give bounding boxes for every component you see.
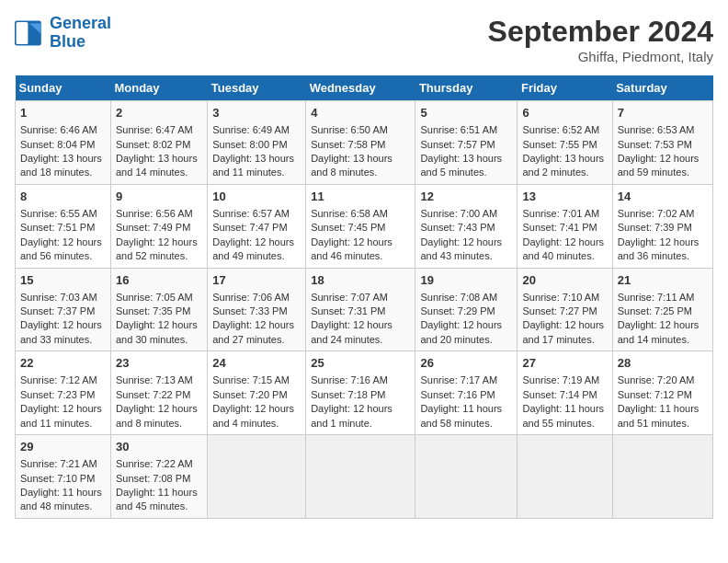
day-info: Sunset: 8:02 PM [116,138,202,152]
day-number: 16 [116,272,202,289]
calendar-cell: 15Sunrise: 7:03 AMSunset: 7:37 PMDayligh… [16,268,111,351]
day-info: Sunrise: 7:21 AM [20,457,106,471]
day-number: 24 [212,355,301,372]
day-number: 25 [311,355,410,372]
calendar-cell: 29Sunrise: 7:21 AMSunset: 7:10 PMDayligh… [16,435,111,519]
day-info: Sunrise: 7:16 AM [311,373,410,387]
day-info: Daylight: 12 hours and 4 minutes. [212,402,301,431]
header-friday: Friday [518,75,612,101]
calendar-cell: 19Sunrise: 7:08 AMSunset: 7:29 PMDayligh… [415,268,518,351]
calendar-table: SundayMondayTuesdayWednesdayThursdayFrid… [15,75,713,519]
day-number: 30 [116,439,202,455]
calendar-header-row: SundayMondayTuesdayWednesdayThursdayFrid… [16,75,713,101]
day-info: Daylight: 13 hours and 18 minutes. [20,152,106,180]
day-info: Sunset: 8:04 PM [20,138,106,152]
day-info: Daylight: 12 hours and 11 minutes. [20,402,106,431]
day-info: Daylight: 11 hours and 45 minutes. [116,486,202,514]
day-info: Daylight: 13 hours and 5 minutes. [420,152,512,180]
day-info: Sunrise: 6:49 AM [212,123,301,137]
calendar-cell: 18Sunrise: 7:07 AMSunset: 7:31 PMDayligh… [306,268,415,351]
calendar-cell: 22Sunrise: 7:12 AMSunset: 7:23 PMDayligh… [16,351,111,435]
calendar-cell: 20Sunrise: 7:10 AMSunset: 7:27 PMDayligh… [518,268,612,351]
day-info: Daylight: 12 hours and 59 minutes. [618,152,708,180]
calendar-cell: 12Sunrise: 7:00 AMSunset: 7:43 PMDayligh… [415,184,518,268]
day-info: Sunrise: 7:02 AM [618,207,708,221]
title-block: September 2024 Ghiffa, Piedmont, Italy [488,15,713,64]
day-info: Daylight: 11 hours and 58 minutes. [420,402,512,431]
day-info: Daylight: 12 hours and 49 minutes. [212,236,301,264]
day-info: Daylight: 13 hours and 11 minutes. [212,152,301,180]
day-number: 2 [116,105,202,121]
day-info: Sunset: 7:47 PM [212,221,301,235]
day-info: Sunrise: 7:20 AM [618,373,708,387]
calendar-cell: 3Sunrise: 6:49 AMSunset: 8:00 PMDaylight… [208,101,306,185]
logo-icon [15,20,44,46]
calendar-cell: 30Sunrise: 7:22 AMSunset: 7:08 PMDayligh… [110,435,207,519]
day-info: Daylight: 12 hours and 40 minutes. [522,236,607,264]
day-number: 26 [420,355,512,372]
day-info: Daylight: 12 hours and 14 minutes. [618,318,708,347]
day-number: 19 [420,272,512,289]
day-info: Daylight: 13 hours and 8 minutes. [311,152,410,180]
calendar-cell: 9Sunrise: 6:56 AMSunset: 7:49 PMDaylight… [110,184,207,268]
calendar-cell: 8Sunrise: 6:55 AMSunset: 7:51 PMDaylight… [16,184,111,268]
day-info: Sunrise: 7:11 AM [618,291,708,304]
day-info: Sunrise: 6:55 AM [20,207,106,221]
day-info: Sunset: 7:45 PM [311,221,410,235]
day-info: Daylight: 13 hours and 2 minutes. [522,152,607,180]
page-subtitle: Ghiffa, Piedmont, Italy [488,49,713,64]
day-info: Sunrise: 7:03 AM [20,291,106,304]
calendar-cell: 16Sunrise: 7:05 AMSunset: 7:35 PMDayligh… [110,268,207,351]
calendar-cell: 23Sunrise: 7:13 AMSunset: 7:22 PMDayligh… [110,351,207,435]
day-info: Sunset: 7:41 PM [522,221,607,235]
day-info: Sunset: 7:29 PM [420,304,512,318]
calendar-week-row: 8Sunrise: 6:55 AMSunset: 7:51 PMDaylight… [16,184,713,268]
day-info: Daylight: 12 hours and 1 minute. [311,402,410,431]
day-number: 12 [420,189,512,205]
day-info: Sunset: 7:31 PM [311,304,410,318]
day-info: Sunrise: 6:46 AM [20,123,106,137]
day-number: 6 [522,105,607,121]
svg-rect-1 [17,22,28,44]
header-thursday: Thursday [415,75,518,101]
day-info: Sunrise: 7:06 AM [212,291,301,304]
day-info: Sunset: 7:35 PM [116,304,202,318]
day-info: Sunset: 7:12 PM [618,388,708,402]
day-info: Sunrise: 7:17 AM [420,373,512,387]
calendar-cell: 2Sunrise: 6:47 AMSunset: 8:02 PMDaylight… [110,101,207,185]
logo: General Blue [15,15,111,52]
day-info: Sunset: 7:39 PM [618,221,708,235]
header-wednesday: Wednesday [306,75,415,101]
calendar-cell: 24Sunrise: 7:15 AMSunset: 7:20 PMDayligh… [208,351,306,435]
calendar-week-row: 15Sunrise: 7:03 AMSunset: 7:37 PMDayligh… [16,268,713,351]
calendar-cell: 4Sunrise: 6:50 AMSunset: 7:58 PMDaylight… [306,101,415,185]
day-info: Sunrise: 7:00 AM [420,207,512,221]
day-info: Sunrise: 6:51 AM [420,123,512,137]
day-info: Sunset: 7:37 PM [20,304,106,318]
day-number: 27 [522,355,607,372]
day-info: Sunset: 7:58 PM [311,138,410,152]
calendar-cell: 25Sunrise: 7:16 AMSunset: 7:18 PMDayligh… [306,351,415,435]
calendar-cell: 1Sunrise: 6:46 AMSunset: 8:04 PMDaylight… [16,101,111,185]
calendar-cell: 13Sunrise: 7:01 AMSunset: 7:41 PMDayligh… [518,184,612,268]
calendar-cell: 28Sunrise: 7:20 AMSunset: 7:12 PMDayligh… [612,351,712,435]
calendar-week-row: 22Sunrise: 7:12 AMSunset: 7:23 PMDayligh… [16,351,713,435]
calendar-cell: 26Sunrise: 7:17 AMSunset: 7:16 PMDayligh… [415,351,518,435]
day-info: Daylight: 12 hours and 20 minutes. [420,318,512,347]
day-info: Sunrise: 7:13 AM [116,373,202,387]
logo-text: General Blue [50,15,111,52]
day-info: Sunset: 7:43 PM [420,221,512,235]
day-info: Sunset: 7:49 PM [116,221,202,235]
day-info: Daylight: 11 hours and 48 minutes. [20,486,106,514]
calendar-cell [612,435,712,519]
day-info: Sunset: 7:14 PM [522,388,607,402]
day-info: Sunset: 7:23 PM [20,388,106,402]
day-number: 21 [618,272,708,289]
calendar-cell [518,435,612,519]
header-monday: Monday [110,75,207,101]
calendar-cell: 7Sunrise: 6:53 AMSunset: 7:53 PMDaylight… [612,101,712,185]
day-info: Sunset: 7:22 PM [116,388,202,402]
header-sunday: Sunday [16,75,111,101]
day-number: 3 [212,105,301,121]
calendar-cell: 10Sunrise: 6:57 AMSunset: 7:47 PMDayligh… [208,184,306,268]
